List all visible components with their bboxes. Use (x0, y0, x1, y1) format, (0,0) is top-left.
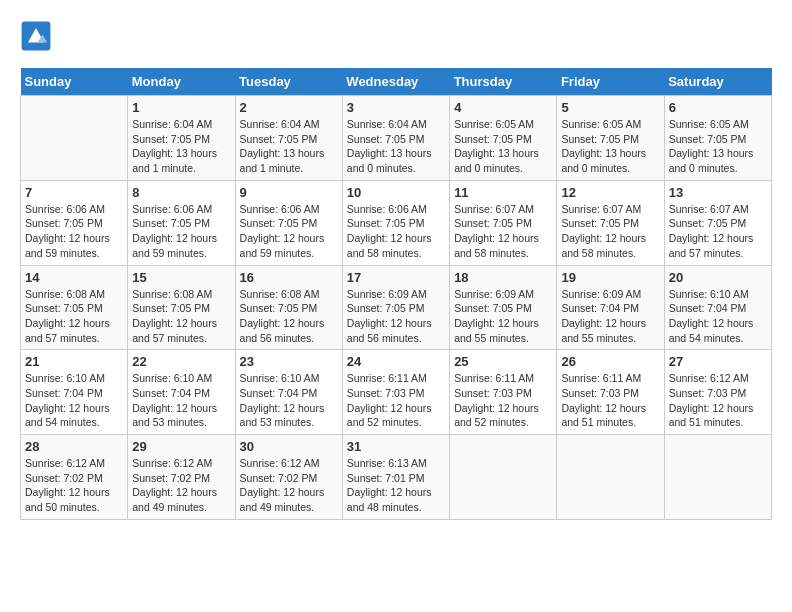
day-cell: 5Sunrise: 6:05 AM Sunset: 7:05 PM Daylig… (557, 96, 664, 181)
day-cell: 7Sunrise: 6:06 AM Sunset: 7:05 PM Daylig… (21, 180, 128, 265)
day-number: 4 (454, 100, 552, 115)
day-number: 14 (25, 270, 123, 285)
day-cell: 29Sunrise: 6:12 AM Sunset: 7:02 PM Dayli… (128, 435, 235, 520)
day-number: 9 (240, 185, 338, 200)
day-cell: 30Sunrise: 6:12 AM Sunset: 7:02 PM Dayli… (235, 435, 342, 520)
day-info: Sunrise: 6:11 AM Sunset: 7:03 PM Dayligh… (454, 371, 552, 430)
day-info: Sunrise: 6:06 AM Sunset: 7:05 PM Dayligh… (132, 202, 230, 261)
day-cell (557, 435, 664, 520)
day-number: 22 (132, 354, 230, 369)
day-number: 1 (132, 100, 230, 115)
day-number: 20 (669, 270, 767, 285)
day-number: 2 (240, 100, 338, 115)
day-info: Sunrise: 6:13 AM Sunset: 7:01 PM Dayligh… (347, 456, 445, 515)
day-number: 27 (669, 354, 767, 369)
day-info: Sunrise: 6:08 AM Sunset: 7:05 PM Dayligh… (132, 287, 230, 346)
day-cell: 21Sunrise: 6:10 AM Sunset: 7:04 PM Dayli… (21, 350, 128, 435)
day-number: 31 (347, 439, 445, 454)
day-number: 24 (347, 354, 445, 369)
day-info: Sunrise: 6:10 AM Sunset: 7:04 PM Dayligh… (25, 371, 123, 430)
header-row: SundayMondayTuesdayWednesdayThursdayFrid… (21, 68, 772, 96)
day-info: Sunrise: 6:08 AM Sunset: 7:05 PM Dayligh… (240, 287, 338, 346)
day-info: Sunrise: 6:09 AM Sunset: 7:04 PM Dayligh… (561, 287, 659, 346)
day-number: 25 (454, 354, 552, 369)
day-info: Sunrise: 6:07 AM Sunset: 7:05 PM Dayligh… (561, 202, 659, 261)
week-row-4: 28Sunrise: 6:12 AM Sunset: 7:02 PM Dayli… (21, 435, 772, 520)
day-number: 29 (132, 439, 230, 454)
day-cell: 20Sunrise: 6:10 AM Sunset: 7:04 PM Dayli… (664, 265, 771, 350)
week-row-2: 14Sunrise: 6:08 AM Sunset: 7:05 PM Dayli… (21, 265, 772, 350)
day-cell: 11Sunrise: 6:07 AM Sunset: 7:05 PM Dayli… (450, 180, 557, 265)
day-cell: 31Sunrise: 6:13 AM Sunset: 7:01 PM Dayli… (342, 435, 449, 520)
day-number: 10 (347, 185, 445, 200)
day-number: 19 (561, 270, 659, 285)
day-cell: 23Sunrise: 6:10 AM Sunset: 7:04 PM Dayli… (235, 350, 342, 435)
day-info: Sunrise: 6:07 AM Sunset: 7:05 PM Dayligh… (454, 202, 552, 261)
logo-icon (20, 20, 52, 52)
day-cell: 26Sunrise: 6:11 AM Sunset: 7:03 PM Dayli… (557, 350, 664, 435)
day-number: 11 (454, 185, 552, 200)
day-number: 30 (240, 439, 338, 454)
day-number: 13 (669, 185, 767, 200)
day-cell: 28Sunrise: 6:12 AM Sunset: 7:02 PM Dayli… (21, 435, 128, 520)
day-info: Sunrise: 6:04 AM Sunset: 7:05 PM Dayligh… (347, 117, 445, 176)
day-cell (664, 435, 771, 520)
day-number: 23 (240, 354, 338, 369)
day-info: Sunrise: 6:07 AM Sunset: 7:05 PM Dayligh… (669, 202, 767, 261)
day-info: Sunrise: 6:06 AM Sunset: 7:05 PM Dayligh… (240, 202, 338, 261)
column-header-friday: Friday (557, 68, 664, 96)
day-info: Sunrise: 6:06 AM Sunset: 7:05 PM Dayligh… (347, 202, 445, 261)
day-number: 6 (669, 100, 767, 115)
day-cell: 18Sunrise: 6:09 AM Sunset: 7:05 PM Dayli… (450, 265, 557, 350)
day-info: Sunrise: 6:05 AM Sunset: 7:05 PM Dayligh… (669, 117, 767, 176)
day-number: 17 (347, 270, 445, 285)
day-info: Sunrise: 6:05 AM Sunset: 7:05 PM Dayligh… (561, 117, 659, 176)
day-cell: 27Sunrise: 6:12 AM Sunset: 7:03 PM Dayli… (664, 350, 771, 435)
column-header-thursday: Thursday (450, 68, 557, 96)
column-header-sunday: Sunday (21, 68, 128, 96)
week-row-3: 21Sunrise: 6:10 AM Sunset: 7:04 PM Dayli… (21, 350, 772, 435)
day-number: 16 (240, 270, 338, 285)
day-cell: 24Sunrise: 6:11 AM Sunset: 7:03 PM Dayli… (342, 350, 449, 435)
column-header-monday: Monday (128, 68, 235, 96)
day-cell: 25Sunrise: 6:11 AM Sunset: 7:03 PM Dayli… (450, 350, 557, 435)
day-number: 7 (25, 185, 123, 200)
day-number: 5 (561, 100, 659, 115)
day-info: Sunrise: 6:09 AM Sunset: 7:05 PM Dayligh… (347, 287, 445, 346)
day-cell: 22Sunrise: 6:10 AM Sunset: 7:04 PM Dayli… (128, 350, 235, 435)
day-info: Sunrise: 6:10 AM Sunset: 7:04 PM Dayligh… (240, 371, 338, 430)
day-cell: 16Sunrise: 6:08 AM Sunset: 7:05 PM Dayli… (235, 265, 342, 350)
day-info: Sunrise: 6:05 AM Sunset: 7:05 PM Dayligh… (454, 117, 552, 176)
day-info: Sunrise: 6:04 AM Sunset: 7:05 PM Dayligh… (132, 117, 230, 176)
day-cell: 10Sunrise: 6:06 AM Sunset: 7:05 PM Dayli… (342, 180, 449, 265)
day-info: Sunrise: 6:04 AM Sunset: 7:05 PM Dayligh… (240, 117, 338, 176)
day-cell: 12Sunrise: 6:07 AM Sunset: 7:05 PM Dayli… (557, 180, 664, 265)
day-info: Sunrise: 6:10 AM Sunset: 7:04 PM Dayligh… (669, 287, 767, 346)
day-number: 12 (561, 185, 659, 200)
header (20, 20, 772, 52)
day-cell: 9Sunrise: 6:06 AM Sunset: 7:05 PM Daylig… (235, 180, 342, 265)
day-cell: 15Sunrise: 6:08 AM Sunset: 7:05 PM Dayli… (128, 265, 235, 350)
day-info: Sunrise: 6:11 AM Sunset: 7:03 PM Dayligh… (347, 371, 445, 430)
day-cell: 8Sunrise: 6:06 AM Sunset: 7:05 PM Daylig… (128, 180, 235, 265)
day-cell: 14Sunrise: 6:08 AM Sunset: 7:05 PM Dayli… (21, 265, 128, 350)
day-number: 15 (132, 270, 230, 285)
week-row-1: 7Sunrise: 6:06 AM Sunset: 7:05 PM Daylig… (21, 180, 772, 265)
day-cell (450, 435, 557, 520)
day-cell: 4Sunrise: 6:05 AM Sunset: 7:05 PM Daylig… (450, 96, 557, 181)
day-info: Sunrise: 6:12 AM Sunset: 7:03 PM Dayligh… (669, 371, 767, 430)
column-header-saturday: Saturday (664, 68, 771, 96)
day-cell: 13Sunrise: 6:07 AM Sunset: 7:05 PM Dayli… (664, 180, 771, 265)
day-info: Sunrise: 6:10 AM Sunset: 7:04 PM Dayligh… (132, 371, 230, 430)
day-number: 21 (25, 354, 123, 369)
day-cell (21, 96, 128, 181)
week-row-0: 1Sunrise: 6:04 AM Sunset: 7:05 PM Daylig… (21, 96, 772, 181)
day-cell: 6Sunrise: 6:05 AM Sunset: 7:05 PM Daylig… (664, 96, 771, 181)
day-cell: 17Sunrise: 6:09 AM Sunset: 7:05 PM Dayli… (342, 265, 449, 350)
day-info: Sunrise: 6:08 AM Sunset: 7:05 PM Dayligh… (25, 287, 123, 346)
day-info: Sunrise: 6:12 AM Sunset: 7:02 PM Dayligh… (25, 456, 123, 515)
day-info: Sunrise: 6:12 AM Sunset: 7:02 PM Dayligh… (240, 456, 338, 515)
day-number: 26 (561, 354, 659, 369)
day-info: Sunrise: 6:06 AM Sunset: 7:05 PM Dayligh… (25, 202, 123, 261)
day-number: 18 (454, 270, 552, 285)
